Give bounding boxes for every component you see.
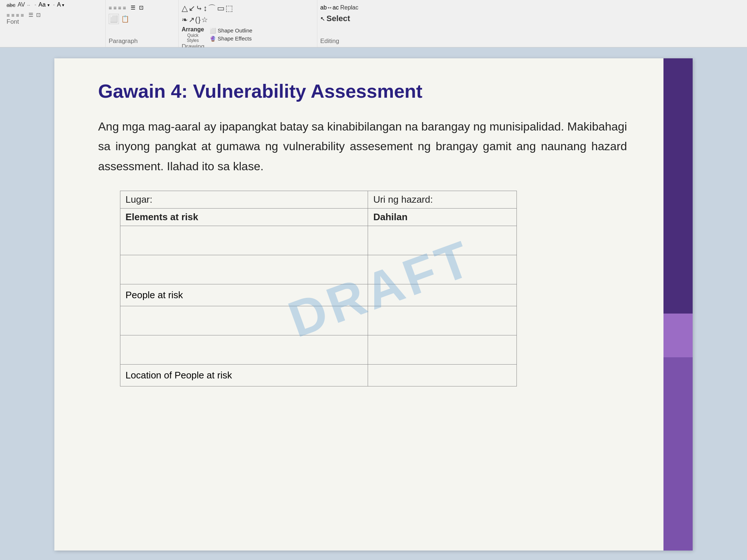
document-title: Gawain 4: Vulnerability Assessment: [98, 80, 663, 102]
paragraph-spacing-icon: ⊡: [139, 4, 144, 11]
align-icons: ≡ ≡ ≡ ≡: [7, 12, 24, 18]
empty-cell-3: [120, 255, 368, 284]
empty-cell-1: [120, 226, 368, 255]
strikethrough-icon: abc: [7, 2, 15, 8]
document-page: Gawain 4: Vulnerability Assessment Ang m…: [54, 58, 693, 551]
empty-cell-7: [120, 335, 368, 365]
table-row: Lugar: Uri ng hazard:: [120, 191, 517, 209]
aa-dropdown[interactable]: Aa ▾: [38, 1, 49, 8]
empty-cell-8: [368, 335, 516, 365]
uri-ng-hazard-header: Uri ng hazard:: [368, 191, 516, 209]
shapes-row2: ❧ ↗ ( } ☆: [182, 15, 207, 24]
editing-section: ab↔ac Replac ↖ Select Editing: [317, 0, 383, 47]
ribbon-bar: abc AV ↔ - Aa ▾ - A ▾ ≡ ≡ ≡ ≡ ☰ ⊡ Font ≡: [0, 0, 747, 47]
empty-cell-2: [368, 226, 516, 255]
indent-icon: ⊡: [36, 12, 41, 18]
people-at-risk-label: People at risk: [120, 284, 368, 306]
document-area: Gawain 4: Vulnerability Assessment Ang m…: [0, 47, 747, 560]
quick-styles-label: Quick: [187, 33, 198, 38]
copy-icon: 📋: [121, 15, 129, 23]
purple-sidebar-stripe: [663, 58, 693, 551]
a-dropdown[interactable]: A ▾: [57, 1, 64, 8]
font-section: abc AV ↔ - Aa ▾ - A ▾ ≡ ≡ ≡ ≡ ☰ ⊡ Font: [4, 0, 106, 47]
stripe-medium-purple: [663, 314, 693, 357]
people-at-risk-value: [368, 284, 516, 306]
paragraph-list-icon: ☰: [131, 4, 135, 11]
font-av-label: AV ↔: [18, 1, 31, 8]
table-row: [120, 335, 517, 365]
select-button[interactable]: ↖ Select: [320, 14, 380, 23]
lugar-header: Lugar:: [120, 191, 368, 209]
paragraph-section-label: Paragraph: [109, 38, 138, 46]
list-icon: ☰: [28, 12, 33, 18]
shape-outline-button[interactable]: ⬜ Shape Outline: [210, 27, 252, 34]
paragraph-align-icons: ≡ ≡ ≡ ≡: [109, 5, 126, 11]
stripe-light-purple: [663, 357, 693, 551]
location-people-label: Location of People at risk: [120, 365, 368, 386]
font-section-label: Font: [7, 18, 102, 26]
empty-cell-4: [368, 255, 516, 284]
stripe-dark-purple: [663, 58, 693, 314]
dahilan-label: Dahilan: [368, 209, 516, 226]
shape-effects-button[interactable]: 🔮 Shape Effects: [210, 35, 252, 42]
drawing-section: △ ↙ ⤷ ↕ ⌒ ▭ ⬚ ❧ ↗ ( } ☆ Arrange Quick St…: [179, 0, 317, 47]
table-wrapper: DRAFT Lugar: Uri ng hazard: Elements at …: [98, 191, 663, 386]
arrange-button[interactable]: Arrange: [182, 26, 204, 33]
table-row: [120, 255, 517, 284]
location-people-value: [368, 365, 516, 386]
document-body: Ang mga mag-aaral ay ipapangkat batay sa…: [98, 117, 663, 176]
shapes-row1: △ ↙ ⤷ ↕ ⌒ ▭ ⬚: [182, 3, 232, 14]
replace-button[interactable]: ab↔ac Replac: [320, 4, 380, 11]
vulnerability-table: Lugar: Uri ng hazard: Elements at risk D…: [120, 191, 517, 386]
empty-cell-6: [368, 306, 516, 335]
clipboard-icon: ⬜: [109, 14, 119, 24]
editing-section-label: Editing: [320, 38, 339, 46]
empty-cell-5: [120, 306, 368, 335]
table-row: [120, 226, 517, 255]
cursor-icon: ↖: [320, 15, 325, 22]
table-row: Location of People at risk: [120, 365, 517, 386]
elements-at-risk-label: Elements at risk: [120, 209, 368, 226]
table-row: [120, 306, 517, 335]
paragraph-section: ≡ ≡ ≡ ≡ ☰ ⊡ ⬜ 📋 Paragraph: [106, 0, 179, 47]
replace-icon: ab↔ac: [320, 4, 339, 11]
table-row: Elements at risk Dahilan: [120, 209, 517, 226]
styles-label: Styles: [187, 38, 199, 43]
table-row: People at risk: [120, 284, 517, 306]
